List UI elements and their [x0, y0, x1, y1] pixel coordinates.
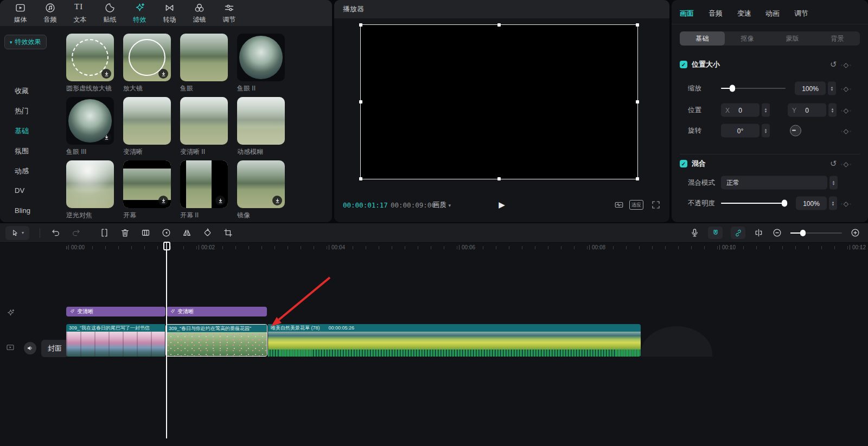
slider-knob[interactable]	[800, 230, 806, 236]
tab-picture[interactable]: 画面	[680, 9, 694, 18]
mute-track-button[interactable]	[24, 342, 36, 354]
toolbar-tab-filter[interactable]: 滤镜	[184, 0, 214, 26]
reset-icon[interactable]: ↺	[830, 159, 837, 169]
stepper[interactable]: ▲▼	[829, 176, 838, 190]
effect-card[interactable]: 开幕	[123, 160, 171, 208]
selection-handle[interactable]	[497, 177, 501, 180]
effect-card[interactable]: 开幕 II	[180, 160, 228, 208]
opacity-slider[interactable]	[721, 203, 788, 204]
blend-mode-select[interactable]: 正常	[721, 176, 827, 190]
video-clip-selected[interactable]: 309_“春日与你赴约在莺高的蔷薇花园”	[165, 324, 267, 357]
sidebar-item-hot[interactable]: 热门	[15, 106, 29, 116]
reverse-icon[interactable]	[161, 228, 171, 238]
stepper[interactable]: ▲▼	[762, 104, 770, 117]
zoom-in-icon[interactable]	[850, 228, 860, 238]
play-button[interactable]: ▶	[499, 200, 505, 210]
checkbox-checked-icon[interactable]: ✓	[680, 61, 687, 68]
fullscreen-icon[interactable]	[651, 200, 661, 210]
selection-handle[interactable]	[636, 23, 639, 27]
toolbar-tab-text[interactable]: TI文本	[65, 0, 95, 26]
sidebar-item-atmosphere[interactable]: 氛围	[15, 146, 29, 156]
mirror-icon[interactable]	[182, 228, 192, 238]
rotate-icon[interactable]	[202, 228, 213, 238]
video-track-icon[interactable]	[5, 343, 15, 352]
sidebar-item-basic[interactable]: 基础	[15, 126, 29, 136]
keyframe-diamond-icon[interactable]: ‹◇›	[841, 160, 851, 168]
undo-icon[interactable]	[50, 228, 61, 238]
video-clip[interactable]: 唯美自然美景花草 (78)00:00:05:26	[268, 324, 641, 357]
selection-handle[interactable]	[359, 177, 362, 180]
effects-category-dropdown[interactable]: ▾特效效果	[4, 35, 47, 49]
toolbar-tab-adjust[interactable]: 调节	[214, 0, 244, 26]
stepper[interactable]: ▲▼	[829, 197, 837, 210]
quality-dropdown[interactable]: 画质 ▾	[433, 201, 451, 210]
sidebar-item-bling[interactable]: Bling	[15, 206, 30, 215]
position-y-field[interactable]: Y0	[788, 104, 826, 117]
keyframe-diamond-icon[interactable]: ‹◇›	[841, 200, 851, 208]
toolbar-tab-media[interactable]: 媒体	[5, 0, 35, 26]
opacity-value-field[interactable]: 100%	[796, 197, 827, 210]
selection-handle[interactable]	[636, 177, 639, 180]
subtab-background[interactable]: 背景	[815, 31, 860, 46]
subtab-cutout[interactable]: 抠像	[725, 31, 770, 46]
timeline-zoom-slider[interactable]	[790, 232, 842, 234]
effect-card[interactable]: 鱼眼	[180, 34, 228, 81]
effect-card[interactable]: 放大镜	[123, 34, 171, 81]
effect-card[interactable]: 变清晰	[123, 97, 171, 145]
slider-knob[interactable]	[730, 85, 735, 92]
toolbar-tab-sticker[interactable]: 贴纸	[95, 0, 125, 26]
effect-card[interactable]: 圆形虚线放大镜	[66, 34, 114, 81]
playhead-handle[interactable]	[163, 242, 170, 250]
preview-axis-icon[interactable]	[754, 228, 764, 238]
effect-card[interactable]: 鱼眼 II	[237, 34, 285, 81]
stepper[interactable]: ▲▼	[828, 104, 837, 117]
effect-clip[interactable]: 变清晰	[66, 307, 165, 316]
split-icon[interactable]	[99, 228, 110, 238]
tab-audio[interactable]: 音频	[709, 9, 723, 18]
rotate-value-field[interactable]: 0°	[721, 124, 760, 138]
scale-slider[interactable]	[721, 88, 786, 89]
auto-snap-toggle[interactable]	[708, 227, 723, 239]
position-x-field[interactable]: X0	[721, 104, 760, 117]
waveform-toggle-icon[interactable]	[613, 200, 625, 210]
keyframe-diamond-icon[interactable]: ‹◇›	[841, 85, 851, 93]
video-clip[interactable]: 309_“我在这春日的尾巴写了一封书信	[66, 324, 165, 357]
link-toggle[interactable]	[731, 227, 745, 239]
redo-icon[interactable]	[71, 228, 81, 238]
reset-icon[interactable]: ↺	[830, 60, 837, 69]
sidebar-item-dynamic[interactable]: 动感	[15, 166, 29, 176]
sidebar-item-dv[interactable]: DV	[15, 186, 24, 195]
select-tool-button[interactable]: ▾	[5, 226, 29, 240]
time-ruler[interactable]: 00:00 00:02 00:04 00:06 00:08 00:10 00:1…	[0, 243, 868, 251]
effect-clip[interactable]: 变清晰	[167, 307, 267, 316]
selection-handle[interactable]	[636, 100, 639, 104]
subtab-basic[interactable]: 基础	[680, 31, 725, 46]
zoom-out-icon[interactable]	[772, 228, 782, 238]
freeze-frame-icon[interactable]	[141, 228, 151, 238]
playhead-line[interactable]	[166, 242, 167, 438]
keyframe-diamond-icon[interactable]: ‹◇›	[841, 61, 851, 69]
stepper[interactable]: ▲▼	[828, 82, 836, 95]
toolbar-tab-transition[interactable]: 转场	[155, 0, 184, 26]
sidebar-item-favorites[interactable]: 收藏	[15, 86, 29, 96]
rotation-dial[interactable]	[790, 125, 801, 137]
effect-card[interactable]: 镜像	[237, 160, 285, 208]
crop-icon[interactable]	[223, 228, 233, 238]
effect-card[interactable]: 逆光对焦	[66, 160, 114, 208]
stepper[interactable]: ▲▼	[762, 124, 770, 138]
delete-icon[interactable]	[120, 228, 130, 238]
cover-button[interactable]: 封面	[41, 340, 68, 357]
subtab-mask[interactable]: 蒙版	[770, 31, 815, 46]
tab-speed[interactable]: 变速	[737, 9, 751, 18]
fit-button[interactable]: 适应	[629, 200, 643, 210]
effect-card[interactable]: 鱼眼 III	[66, 97, 114, 145]
effect-card[interactable]: 动感模糊	[237, 97, 285, 145]
checkbox-checked-icon[interactable]: ✓	[680, 160, 687, 167]
keyframe-diamond-icon[interactable]: ‹◇›	[841, 107, 851, 114]
toolbar-tab-audio[interactable]: 音频	[35, 0, 65, 26]
preview-canvas[interactable]	[360, 24, 638, 179]
selection-handle[interactable]	[497, 23, 501, 27]
scale-value-field[interactable]: 100%	[795, 82, 826, 95]
keyframe-diamond-icon[interactable]: ‹◇›	[841, 127, 851, 135]
toolbar-tab-effects[interactable]: 特效	[125, 0, 155, 26]
